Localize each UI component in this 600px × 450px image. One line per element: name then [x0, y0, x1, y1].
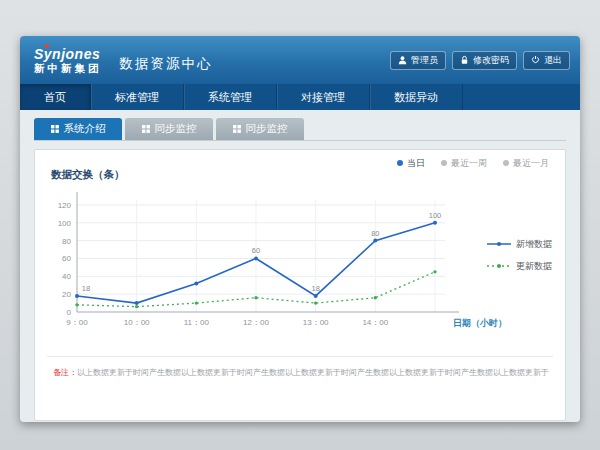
chart-filter-legend: 当日最近一周最近一月 [35, 150, 565, 168]
line-chart: 0204060801001209：0010：0011：0012：0013：001… [35, 186, 563, 346]
tab-grid-icon [142, 125, 150, 133]
logout-button-label: 退出 [544, 54, 562, 67]
tab-label: 同步监控 [246, 122, 288, 136]
legend-filter-0[interactable]: 当日 [397, 158, 425, 168]
note-label: 备注： [53, 368, 77, 377]
svg-text:更新数据: 更新数据 [516, 261, 552, 271]
app-header: Synjones 新中新集团 数据资源中心 管理员 修改密码 退出 [20, 36, 580, 84]
svg-text:80: 80 [62, 237, 71, 246]
company-logo: Synjones 新中新集团 [34, 46, 102, 74]
tab-1[interactable]: 同步监控 [125, 118, 213, 140]
legend-filter-label: 最近一周 [451, 157, 487, 170]
logout-icon [531, 55, 540, 65]
svg-text:新增数据: 新增数据 [516, 239, 552, 249]
tab-label: 同步监控 [155, 122, 197, 136]
svg-text:11：00: 11：00 [184, 318, 210, 327]
admin-button-label: 管理员 [411, 54, 438, 67]
change-password-button[interactable]: 修改密码 [452, 51, 517, 70]
svg-text:14：00: 14：00 [362, 318, 388, 327]
tab-grid-icon [233, 125, 241, 133]
svg-text:18: 18 [82, 284, 90, 293]
svg-text:40: 40 [62, 272, 71, 281]
user-icon [398, 55, 407, 65]
svg-text:100: 100 [58, 219, 72, 228]
svg-text:10：00: 10：00 [124, 318, 150, 327]
lock-icon [460, 55, 469, 65]
logo-text: Synjones [34, 47, 100, 62]
content-area: 系统介绍同步监控同步监控 当日最近一周最近一月 数据交换（条） 02040608… [20, 110, 580, 422]
svg-text:日期（小时）: 日期（小时） [453, 318, 507, 328]
legend-filter-2[interactable]: 最近一月 [503, 158, 549, 168]
legend-dot-icon [503, 160, 509, 166]
desktop-background: Synjones 新中新集团 数据资源中心 管理员 修改密码 退出 [0, 0, 600, 450]
nav-item-0[interactable]: 首页 [20, 84, 91, 110]
y-axis-title: 数据交换（条） [35, 168, 565, 186]
nav-item-2[interactable]: 系统管理 [184, 84, 277, 110]
logout-button[interactable]: 退出 [523, 51, 570, 70]
app-title: 数据资源中心 [120, 47, 213, 73]
tab-label: 系统介绍 [64, 122, 106, 136]
nav-item-3[interactable]: 对接管理 [277, 84, 370, 110]
legend-dot-icon [441, 160, 447, 166]
legend-dot-icon [397, 160, 403, 166]
admin-button[interactable]: 管理员 [390, 51, 446, 70]
main-nav: 首页标准管理系统管理对接管理数据异动 [20, 84, 580, 110]
svg-text:80: 80 [371, 229, 379, 238]
app-window: Synjones 新中新集团 数据资源中心 管理员 修改密码 退出 [20, 36, 580, 422]
svg-text:20: 20 [62, 290, 71, 299]
note-text: 以上数据更新于时间产生数据以上数据更新于时间产生数据以上数据更新于时间产生数据以… [77, 368, 549, 377]
svg-text:0: 0 [67, 308, 72, 317]
svg-text:60: 60 [252, 246, 260, 255]
tab-0[interactable]: 系统介绍 [34, 118, 122, 140]
nav-item-4[interactable]: 数据异动 [370, 84, 463, 110]
svg-text:18: 18 [311, 284, 319, 293]
tab-bar: 系统介绍同步监控同步监控 [34, 118, 566, 141]
change-password-button-label: 修改密码 [473, 54, 509, 67]
svg-text:60: 60 [62, 254, 71, 263]
svg-text:13：00: 13：00 [303, 318, 329, 327]
chart-panel: 当日最近一周最近一月 数据交换（条） 0204060801001209：0010… [34, 149, 566, 421]
nav-item-1[interactable]: 标准管理 [91, 84, 184, 110]
legend-filter-1[interactable]: 最近一周 [441, 158, 487, 168]
svg-text:9：00: 9：00 [66, 318, 88, 327]
svg-text:12：00: 12：00 [243, 318, 269, 327]
user-actions: 管理员 修改密码 退出 [390, 51, 570, 70]
svg-text:120: 120 [58, 201, 72, 210]
tab-2[interactable]: 同步监控 [216, 118, 304, 140]
legend-filter-label: 当日 [407, 157, 425, 170]
logo-subtext: 新中新集团 [34, 63, 102, 74]
chart-note: 备注：以上数据更新于时间产生数据以上数据更新于时间产生数据以上数据更新于时间产生… [47, 356, 553, 378]
tab-grid-icon [51, 125, 59, 133]
svg-text:100: 100 [429, 211, 442, 220]
legend-filter-label: 最近一月 [513, 157, 549, 170]
